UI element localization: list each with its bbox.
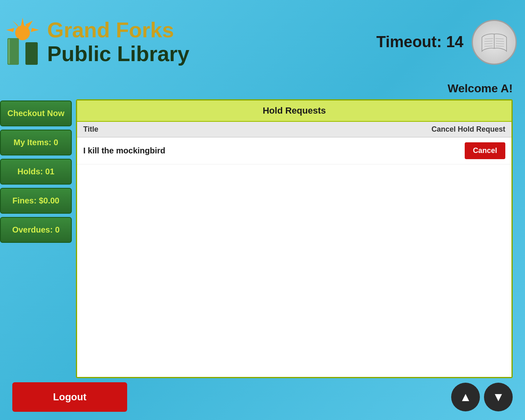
svg-marker-2 [31, 28, 39, 32]
nav-buttons: ▲ ▼ [451, 383, 513, 411]
svg-marker-4 [6, 28, 14, 32]
library-name-line2: Public Library [47, 42, 189, 66]
scroll-up-button[interactable]: ▲ [451, 383, 480, 411]
logout-button[interactable]: Logout [12, 382, 127, 412]
logo-area: Grand Forks Public Library [4, 16, 189, 69]
my-items-button[interactable]: My Items: 0 [0, 130, 72, 155]
overdues-button[interactable]: Overdues: 0 [0, 217, 72, 243]
cancel-hold-button[interactable]: Cancel [465, 142, 505, 159]
footer: Logout ▲ ▼ [0, 382, 525, 412]
svg-rect-8 [8, 39, 10, 64]
timeout-value: 14 [446, 33, 463, 50]
checkout-now-button[interactable]: Checkout Now [0, 100, 72, 126]
hold-row: I kill the mockingbird Cancel [77, 137, 511, 164]
welcome-message: Welcome A! [447, 82, 513, 95]
main-content: Checkout Now My Items: 0 Holds: 01 Fines… [0, 99, 525, 378]
library-name-line1: Grand Forks [47, 18, 189, 42]
fines-button[interactable]: Fines: $0.00 [0, 188, 72, 214]
column-title: Title [83, 125, 98, 134]
header-right: Timeout: 14 [376, 20, 517, 65]
column-action: Cancel Hold Request [431, 125, 505, 134]
hold-item-title: I kill the mockingbird [83, 146, 165, 155]
timeout-label: Timeout: [376, 33, 442, 50]
welcome-bar: Welcome A! [0, 82, 525, 95]
header: Grand Forks Public Library Timeout: 14 [0, 0, 525, 82]
hold-requests-panel: Hold Requests Title Cancel Hold Request … [76, 99, 513, 378]
book-icon [472, 20, 517, 65]
holds-button[interactable]: Holds: 01 [0, 159, 72, 185]
panel-columns: Title Cancel Hold Request [77, 122, 511, 137]
panel-body: I kill the mockingbird Cancel [77, 137, 511, 377]
panel-title: Hold Requests [77, 100, 511, 122]
sidebar: Checkout Now My Items: 0 Holds: 01 Fines… [0, 99, 72, 378]
library-logo-icon [4, 16, 41, 69]
svg-rect-7 [25, 42, 38, 65]
scroll-down-button[interactable]: ▼ [484, 383, 513, 411]
timeout-display: Timeout: 14 [376, 33, 463, 51]
library-name: Grand Forks Public Library [47, 18, 189, 65]
svg-point-5 [15, 25, 30, 40]
